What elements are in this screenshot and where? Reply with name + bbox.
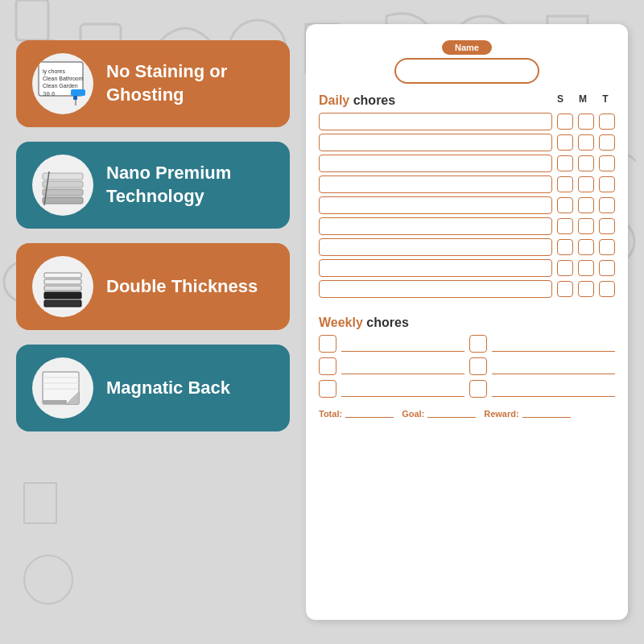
chore-checkbox-8-t[interactable]: [599, 260, 615, 276]
daily-rest: chores: [349, 93, 395, 107]
chore-row-5: [319, 196, 615, 214]
chore-checkbox-7-m[interactable]: [578, 239, 594, 255]
weekly-row-6: [469, 380, 615, 398]
weekly-input-3: [341, 358, 464, 374]
weekly-checkbox-4[interactable]: [469, 357, 487, 375]
feature-label-nano: Nano Premium Technology: [106, 162, 274, 208]
svg-rect-23: [44, 286, 81, 291]
chore-input-1: [319, 113, 552, 130]
chore-row-1: [319, 113, 615, 130]
goal-line: [427, 417, 476, 418]
svg-text:ly chores: ly chores: [43, 68, 66, 75]
weekly-grid: [319, 335, 615, 398]
weekly-checkbox-3[interactable]: [319, 357, 336, 375]
reward-label: Reward:: [484, 409, 518, 419]
chore-checkbox-4-s[interactable]: [557, 176, 573, 192]
chore-checkbox-8-s[interactable]: [557, 260, 573, 276]
chore-checkbox-6-m[interactable]: [578, 218, 594, 234]
chore-checkbox-5-t[interactable]: [599, 197, 615, 213]
chore-row-3: [319, 155, 615, 172]
weekly-bold: Weekly: [319, 316, 363, 329]
daily-chores-section: Daily chores S M T: [319, 90, 615, 301]
chore-checkbox-6-s[interactable]: [557, 218, 573, 234]
chore-checkbox-3-m[interactable]: [578, 155, 594, 171]
chore-checkbox-9-s[interactable]: [557, 281, 573, 297]
chore-checkbox-5-m[interactable]: [578, 197, 594, 213]
chore-row-8: [319, 259, 615, 277]
feature-card-thickness: Double Thickness: [16, 243, 290, 330]
daily-header: Daily chores S M T: [319, 93, 615, 108]
svg-rect-13: [71, 89, 85, 96]
weekly-row-4: [469, 357, 615, 375]
feature-image-magnetic: [32, 357, 93, 419]
weekly-input-4: [492, 358, 615, 374]
chore-checkbox-9-m[interactable]: [578, 281, 594, 297]
chore-checkbox-9-t[interactable]: [599, 281, 615, 297]
weekly-checkbox-6[interactable]: [469, 380, 487, 398]
weekly-rest: chores: [363, 316, 409, 329]
feature-label-magnetic: Magnatic Back: [106, 377, 230, 400]
chore-row-9: [319, 280, 615, 298]
day-m: M: [575, 93, 591, 105]
goal-label: Goal:: [402, 409, 424, 419]
feature-label-thickness: Double Thickness: [106, 275, 258, 299]
svg-text:Clean Garden: Clean Garden: [43, 83, 78, 89]
reward-line: [522, 417, 571, 418]
chore-input-3: [319, 155, 552, 172]
footer-row: Total: Goal: Reward:: [319, 409, 615, 419]
total-line: [345, 417, 394, 418]
day-t: T: [597, 93, 613, 105]
weekly-input-1: [341, 336, 464, 352]
chore-checkbox-2-m[interactable]: [578, 134, 594, 151]
chore-input-7: [319, 238, 552, 256]
svg-text:38  6: 38 6: [43, 90, 56, 97]
weekly-row-2: [469, 335, 615, 353]
weekly-header: Weekly chores: [319, 316, 615, 330]
chore-checkbox-4-m[interactable]: [578, 176, 594, 192]
feature-card-magnetic: Magnatic Back: [16, 345, 290, 431]
feature-image-nano: [32, 155, 93, 216]
svg-rect-22: [44, 279, 81, 284]
weekly-checkbox-5[interactable]: [319, 380, 336, 398]
chore-input-8: [319, 259, 552, 277]
total-label: Total:: [319, 409, 342, 419]
weekly-checkbox-1[interactable]: [319, 335, 336, 353]
svg-rect-24: [44, 292, 81, 299]
svg-rect-25: [44, 300, 81, 307]
svg-text:Clean Bathroom: Clean Bathroom: [43, 76, 84, 81]
chore-row-7: [319, 238, 615, 256]
chore-checkbox-3-s[interactable]: [557, 155, 573, 171]
main-container: ly chores Clean Bathroom Clean Garden 38…: [0, 0, 644, 644]
chore-chart-panel: Name Daily chores S M T: [306, 24, 628, 620]
chore-row-4: [319, 175, 615, 193]
svg-rect-21: [44, 273, 81, 278]
feature-card-no-staining: ly chores Clean Bathroom Clean Garden 38…: [16, 40, 290, 127]
chore-checkbox-2-s[interactable]: [557, 134, 573, 151]
weekly-checkbox-2[interactable]: [469, 335, 487, 353]
chore-checkbox-4-t[interactable]: [599, 176, 615, 192]
chore-checkbox-5-s[interactable]: [557, 197, 573, 213]
name-section: Name: [319, 40, 615, 84]
feature-label-no-staining: No Staining or Ghosting: [106, 60, 274, 106]
weekly-input-6: [492, 381, 615, 397]
chore-checkbox-7-s[interactable]: [557, 239, 573, 255]
feature-card-nano: Nano Premium Technology: [16, 142, 290, 229]
name-input-area: [394, 58, 539, 84]
footer-goal: Goal:: [402, 409, 476, 419]
feature-image-no-staining: ly chores Clean Bathroom Clean Garden 38…: [32, 53, 93, 114]
chore-checkbox-8-m[interactable]: [578, 260, 594, 276]
chore-checkbox-6-t[interactable]: [599, 218, 615, 234]
chore-input-2: [319, 134, 552, 151]
svg-rect-19: [43, 197, 83, 204]
footer-reward: Reward:: [484, 409, 570, 419]
chore-checkbox-1-m[interactable]: [578, 114, 594, 130]
chore-checkbox-1-t[interactable]: [599, 114, 615, 130]
chore-row-6: [319, 217, 615, 235]
chore-checkbox-1-s[interactable]: [557, 114, 573, 130]
chore-checkbox-7-t[interactable]: [599, 239, 615, 255]
chore-checkbox-3-t[interactable]: [599, 155, 615, 171]
chore-row-2: [319, 134, 615, 151]
weekly-row-3: [319, 357, 464, 375]
chore-input-6: [319, 217, 552, 235]
chore-checkbox-2-t[interactable]: [599, 134, 615, 151]
